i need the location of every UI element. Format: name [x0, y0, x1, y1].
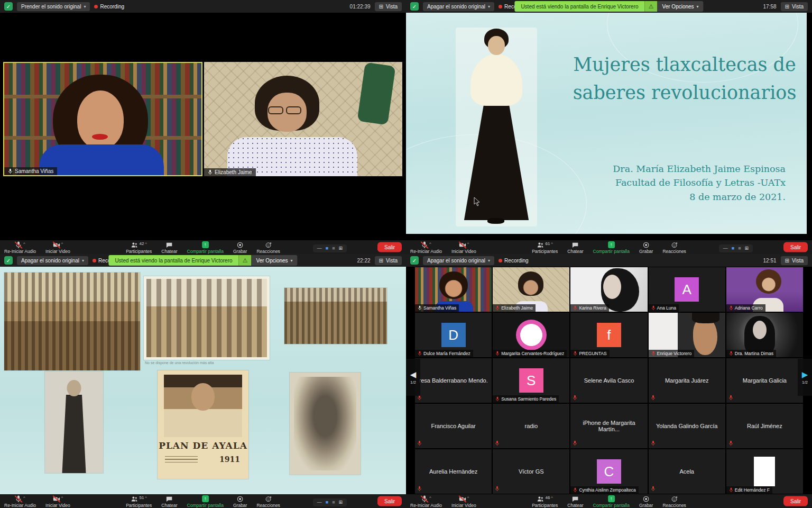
minimize-icon[interactable]: —	[723, 246, 728, 251]
participant-tile[interactable]: Margarita Juárez	[649, 358, 725, 403]
gallery-next-page-button[interactable]: ▶ 1/2	[798, 359, 812, 396]
speaker-view-icon[interactable]: ■	[326, 246, 328, 251]
original-sound-toggle[interactable]: Apagar el sonido original▾	[423, 256, 494, 265]
participants-button[interactable]: 42 ^ Participantes	[126, 241, 152, 254]
security-shield-icon[interactable]: ✓	[410, 2, 419, 11]
unmute-audio-button[interactable]: ^ Re-Iniciar Audio	[410, 241, 442, 254]
grid-view-icon[interactable]: ⊞	[338, 246, 343, 251]
speaker-view-icon[interactable]: ■	[732, 246, 734, 251]
record-button[interactable]: Grabar	[639, 495, 653, 508]
participant-tile[interactable]: CCynthia Aislinn Zempoalteca	[570, 449, 647, 494]
security-shield-icon[interactable]: ✓	[4, 256, 13, 265]
chat-button[interactable]: Chatear	[161, 495, 177, 508]
gallery-view-icon[interactable]: ≡	[332, 246, 335, 251]
participant-tile[interactable]: Margarita Cervantes-Rodríguez	[493, 313, 569, 357]
minimize-icon[interactable]: —	[317, 246, 322, 251]
view-options-button[interactable]: Ver Opciones▾	[658, 1, 704, 12]
participant-tile[interactable]: Raúl Jiménez	[726, 404, 803, 448]
video-settings-caret[interactable]: ^	[61, 242, 63, 246]
original-sound-toggle[interactable]: Apagar el sonido original▾	[423, 2, 494, 11]
view-layout-panel[interactable]: — ■ ≡ ⊞	[719, 244, 753, 252]
gallery-view-icon[interactable]: ≡	[332, 500, 335, 505]
participant-tile[interactable]: Francisco Aguilar	[415, 404, 492, 448]
security-shield-icon[interactable]: ✓	[410, 256, 419, 265]
participants-button[interactable]: 46 ^ Participantes	[532, 495, 558, 508]
view-button[interactable]: ⊞ Vista	[781, 2, 808, 11]
start-video-button[interactable]: ^ Iniciar Video	[451, 241, 476, 254]
security-shield-icon[interactable]: ✓	[4, 2, 13, 11]
chat-button[interactable]: Chatear	[161, 241, 177, 254]
view-layout-panel[interactable]: — ■ ≡ ⊞	[313, 498, 347, 506]
participants-caret[interactable]: ^	[145, 242, 147, 246]
leave-button[interactable]: Salir	[783, 242, 808, 252]
participant-tile[interactable]: Yolanda Galindo García	[649, 404, 725, 448]
share-screen-button[interactable]: ↑ Compartir pantalla	[593, 495, 630, 508]
audio-settings-caret[interactable]: ^	[429, 496, 431, 500]
participant-tile[interactable]: Samantha Viñas	[415, 267, 492, 312]
unmute-audio-button[interactable]: ^ Re-Iniciar Audio	[4, 495, 36, 508]
video-settings-caret[interactable]: ^	[467, 242, 469, 246]
original-sound-toggle[interactable]: Prender el sonido original▾	[17, 2, 90, 11]
start-video-button[interactable]: ^ Iniciar Video	[45, 241, 70, 254]
participant-tile[interactable]: iPhone de Margarita Martín...	[570, 404, 647, 448]
participant-tile[interactable]: Karina Rivera	[570, 267, 647, 312]
participant-tile[interactable]: radio	[493, 404, 569, 448]
participant-tile[interactable]: SSusana Sarmiento Paredes	[493, 358, 569, 403]
participant-tile[interactable]: Selene Avila Casco	[570, 358, 647, 403]
share-screen-button[interactable]: ↑ Compartir pantalla	[187, 241, 224, 254]
minimize-icon[interactable]: —	[317, 500, 322, 505]
audio-settings-caret[interactable]: ^	[429, 242, 431, 246]
leave-button[interactable]: Salir	[377, 496, 402, 506]
share-screen-button[interactable]: ↑ Compartir pantalla	[593, 241, 630, 254]
participant-tile[interactable]: fPREGUNTAS	[570, 313, 647, 357]
start-video-button[interactable]: ^ Iniciar Video	[451, 495, 476, 508]
record-button[interactable]: Grabar	[233, 495, 247, 508]
view-button[interactable]: ⊞ Vista	[375, 256, 402, 265]
reactions-button[interactable]: Reacciones	[256, 241, 280, 254]
participant-tile[interactable]: Elizabeth Jaime	[493, 267, 569, 312]
reactions-button[interactable]: Reacciones	[662, 495, 686, 508]
participant-tile[interactable]: Aurelia Hernàndez	[415, 449, 492, 494]
leave-button[interactable]: Salir	[377, 242, 402, 252]
audio-settings-caret[interactable]: ^	[23, 242, 25, 246]
gallery-view-icon[interactable]: ≡	[738, 246, 741, 251]
participant-tile[interactable]: DDulce María Fernández	[415, 313, 492, 357]
participants-caret[interactable]: ^	[551, 242, 553, 246]
video-settings-caret[interactable]: ^	[61, 496, 63, 500]
leave-button[interactable]: Salir	[783, 496, 808, 506]
chat-button[interactable]: Chatear	[567, 495, 583, 508]
audio-settings-caret[interactable]: ^	[23, 496, 25, 500]
participant-tile[interactable]: Víctor GS	[493, 449, 569, 494]
participant-tile[interactable]: Enrique Victorero	[649, 313, 725, 357]
view-options-button[interactable]: Ver Opciones▾	[252, 255, 298, 266]
start-video-button[interactable]: ^ Iniciar Video	[45, 495, 70, 508]
participant-tile[interactable]: Margarita Galicia	[726, 358, 803, 403]
participants-caret[interactable]: ^	[145, 496, 147, 500]
unmute-audio-button[interactable]: ^ Re-Iniciar Audio	[4, 241, 36, 254]
video-feed-samantha[interactable]: Samantha Viñas	[3, 62, 202, 176]
participants-button[interactable]: 61 ^ Participantes	[532, 241, 558, 254]
view-layout-panel[interactable]: — ■ ≡ ⊞	[313, 244, 347, 252]
record-button[interactable]: Grabar	[233, 241, 247, 254]
video-feed-elizabeth[interactable]: Elizabeth Jaime	[204, 62, 402, 176]
gallery-prev-page-button[interactable]: ◀ 1/2	[406, 359, 420, 396]
original-sound-toggle[interactable]: Apagar el sonido original▾	[17, 256, 88, 265]
unmute-audio-button[interactable]: ^ Re-Iniciar Audio	[410, 495, 442, 508]
participant-tile[interactable]: AAna Luna	[649, 267, 725, 312]
share-screen-button[interactable]: ↑ Compartir pantalla	[187, 495, 224, 508]
participant-tile[interactable]: Edit Hernández F	[726, 449, 803, 494]
video-settings-caret[interactable]: ^	[467, 496, 469, 500]
participant-tile[interactable]: Acela	[649, 449, 725, 494]
reactions-button[interactable]: Reacciones	[256, 495, 280, 508]
participants-button[interactable]: 51 ^ Participantes	[126, 495, 152, 508]
participant-tile[interactable]: resa Balderrabano Mendo.	[415, 358, 492, 403]
reactions-button[interactable]: Reacciones	[662, 241, 686, 254]
grid-view-icon[interactable]: ⊞	[338, 500, 343, 505]
participant-tile[interactable]: Adriana Carro	[726, 267, 803, 312]
chat-button[interactable]: Chatear	[567, 241, 583, 254]
grid-view-icon[interactable]: ⊞	[744, 246, 749, 251]
view-button[interactable]: ⊞ Vista	[375, 2, 402, 11]
participants-caret[interactable]: ^	[551, 496, 553, 500]
speaker-view-icon[interactable]: ■	[326, 500, 328, 505]
record-button[interactable]: Grabar	[639, 241, 653, 254]
